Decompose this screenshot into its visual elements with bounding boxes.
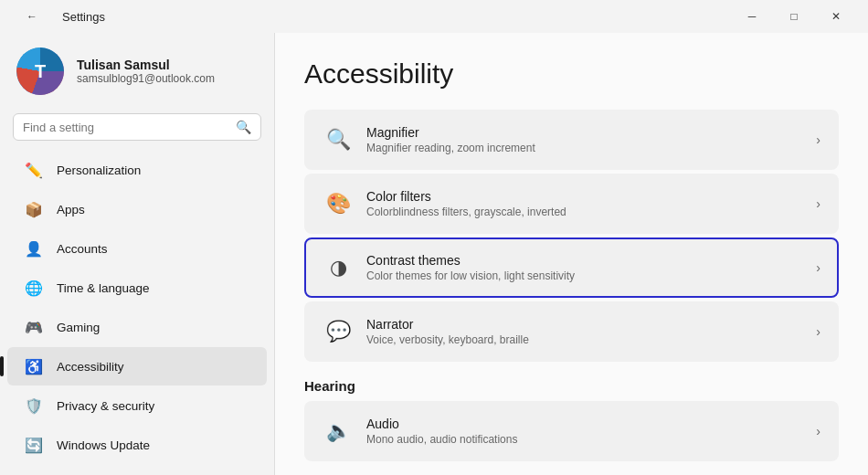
contrast-themes-icon: ◑: [323, 252, 354, 283]
color-filters-text: Color filters Colorblindness filters, gr…: [366, 189, 803, 218]
audio-icon: 🔈: [323, 416, 354, 447]
titlebar: ← Settings ─ □ ✕: [0, 0, 868, 33]
main-layout: T Tulisan Samsul samsulblog91@outlook.co…: [0, 33, 868, 475]
audio-card[interactable]: 🔈 Audio Mono audio, audio notifications …: [304, 401, 839, 461]
windows-update-icon: 🔄: [24, 435, 44, 455]
sidebar-item-accessibility[interactable]: ♿ Accessibility: [7, 347, 267, 385]
color-filters-chevron: ›: [816, 196, 820, 211]
color-filters-card[interactable]: 🎨 Color filters Colorblindness filters, …: [304, 174, 839, 234]
avatar: T: [16, 48, 64, 95]
narrator-desc: Voice, verbosity, keyboard, braille: [366, 333, 803, 346]
sidebar-item-gaming[interactable]: 🎮 Gaming: [7, 308, 267, 346]
user-email: samsulblog91@outlook.com: [77, 72, 215, 85]
accessibility-icon: ♿: [24, 356, 44, 376]
sidebar: T Tulisan Samsul samsulblog91@outlook.co…: [0, 33, 274, 475]
personalization-icon: ✏️: [24, 160, 44, 180]
audio-desc: Mono audio, audio notifications: [366, 433, 803, 446]
titlebar-title: Settings: [62, 10, 105, 24]
narrator-title: Narrator: [366, 317, 803, 332]
sidebar-item-apps[interactable]: 📦 Apps: [7, 190, 267, 228]
gaming-icon: 🎮: [24, 317, 44, 337]
magnifier-text: Magnifier Magnifier reading, zoom increm…: [366, 125, 803, 154]
nav-label-apps: Apps: [57, 203, 85, 216]
maximize-button[interactable]: □: [773, 0, 815, 33]
privacy-security-icon: 🛡️: [24, 396, 44, 416]
audio-chevron: ›: [816, 424, 820, 438]
narrator-icon: 💬: [323, 316, 354, 347]
time-language-icon: 🌐: [24, 278, 44, 298]
nav-label-accounts: Accounts: [57, 242, 108, 256]
sidebar-item-privacy-security[interactable]: 🛡️ Privacy & security: [7, 386, 267, 425]
audio-title: Audio: [366, 417, 803, 431]
color-filters-icon: 🎨: [323, 188, 354, 219]
avatar-inner: T: [16, 48, 64, 95]
magnifier-desc: Magnifier reading, zoom increment: [366, 142, 803, 154]
color-filters-desc: Colorblindness filters, grayscale, inver…: [366, 206, 803, 218]
back-button[interactable]: ←: [11, 0, 53, 33]
close-button[interactable]: ✕: [815, 0, 857, 33]
accounts-icon: 👤: [24, 238, 44, 259]
contrast-themes-chevron: ›: [816, 260, 820, 275]
sidebar-item-personalization[interactable]: ✏️ Personalization: [7, 151, 267, 189]
search-input[interactable]: [23, 121, 228, 134]
sidebar-item-accounts[interactable]: 👤 Accounts: [7, 229, 267, 268]
nav-label-windows-update: Windows Update: [57, 438, 150, 452]
contrast-themes-desc: Color themes for low vision, light sensi…: [366, 269, 803, 282]
contrast-themes-card[interactable]: ◑ Contrast themes Color themes for low v…: [304, 238, 839, 298]
nav-label-accessibility: Accessibility: [57, 360, 124, 374]
audio-text: Audio Mono audio, audio notifications: [366, 417, 803, 446]
apps-icon: 📦: [24, 199, 44, 219]
narrator-card[interactable]: 💬 Narrator Voice, verbosity, keyboard, b…: [304, 301, 839, 362]
nav-label-personalization: Personalization: [57, 164, 141, 177]
titlebar-controls: ─ □ ✕: [731, 0, 857, 33]
sidebar-item-windows-update[interactable]: 🔄 Windows Update: [7, 426, 267, 464]
nav-label-privacy-security: Privacy & security: [57, 399, 154, 413]
page-title: Accessibility: [304, 58, 839, 90]
user-info: Tulisan Samsul samsulblog91@outlook.com: [77, 58, 215, 85]
minimize-button[interactable]: ─: [731, 0, 773, 33]
magnifier-card[interactable]: 🔍 Magnifier Magnifier reading, zoom incr…: [304, 110, 839, 170]
nav-section: ✏️ Personalization 📦 Apps 👤 Accounts 🌐 T…: [0, 150, 274, 468]
avatar-letter: T: [35, 61, 46, 82]
user-profile: T Tulisan Samsul samsulblog91@outlook.co…: [0, 33, 274, 110]
magnifier-title: Magnifier: [366, 125, 803, 140]
color-filters-title: Color filters: [366, 189, 803, 204]
magnifier-icon: 🔍: [323, 124, 354, 155]
contrast-themes-text: Contrast themes Color themes for low vis…: [366, 253, 803, 282]
sidebar-item-time-language[interactable]: 🌐 Time & language: [7, 269, 267, 307]
contrast-themes-title: Contrast themes: [366, 253, 803, 268]
nav-label-gaming: Gaming: [57, 321, 100, 334]
content-area: Accessibility 🔍 Magnifier Magnifier read…: [275, 33, 868, 475]
search-box[interactable]: 🔍: [13, 113, 261, 141]
narrator-text: Narrator Voice, verbosity, keyboard, bra…: [366, 317, 803, 346]
search-icon: 🔍: [236, 120, 251, 134]
nav-label-time-language: Time & language: [57, 281, 150, 295]
narrator-chevron: ›: [816, 324, 820, 339]
hearing-section-heading: Hearing: [304, 378, 839, 394]
magnifier-chevron: ›: [816, 132, 820, 147]
user-name: Tulisan Samsul: [77, 58, 215, 72]
titlebar-left: ← Settings: [11, 0, 105, 33]
